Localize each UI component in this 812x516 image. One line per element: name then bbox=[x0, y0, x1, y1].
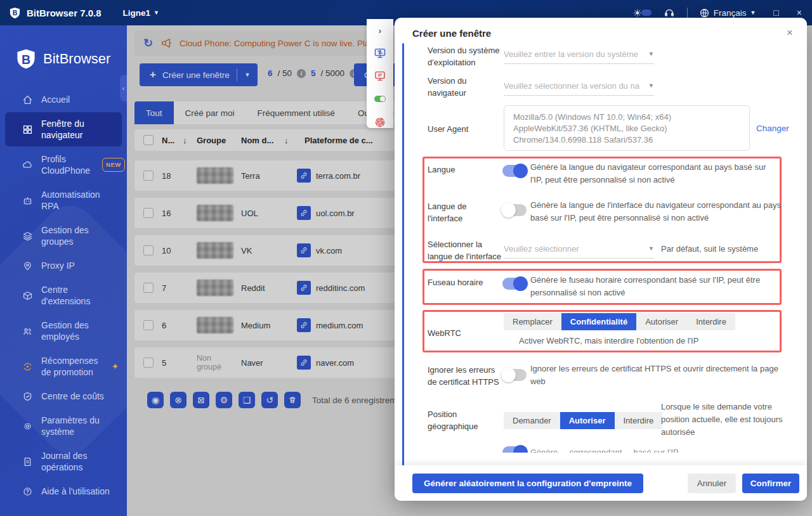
sidebar-item-costs[interactable]: Centre de coûts bbox=[5, 385, 122, 408]
chevron-down-icon[interactable]: ▼ bbox=[237, 72, 258, 78]
change-user-agent-link[interactable]: Changer bbox=[756, 124, 789, 133]
toggle-icon[interactable] bbox=[373, 92, 387, 105]
column-number[interactable]: N... bbox=[162, 136, 174, 145]
arrange-windows-button[interactable]: ❏ bbox=[239, 392, 255, 408]
confirm-button[interactable]: Confirmer bbox=[742, 474, 799, 493]
sidebar: B BitBrowser ‹ Accueil Fenêtre du naviga… bbox=[0, 25, 127, 516]
open-browser-button[interactable]: ◉ bbox=[147, 392, 164, 408]
create-window-button[interactable]: + Créer une fenêtre ▼ bbox=[140, 63, 258, 86]
expand-chevron-icon[interactable]: › bbox=[373, 24, 387, 37]
https-errors-toggle[interactable] bbox=[502, 369, 527, 381]
people-icon bbox=[22, 325, 33, 337]
sparkle-icon: ✦ bbox=[112, 361, 119, 372]
censored-group-name bbox=[197, 280, 233, 296]
row-checkbox[interactable] bbox=[143, 208, 154, 218]
create-window-modal: Créer une fenêtre × Version du système d… bbox=[395, 18, 807, 501]
sort-down-icon[interactable]: ↓ bbox=[284, 136, 289, 145]
link-icon bbox=[297, 356, 311, 370]
megaphone-icon bbox=[160, 37, 172, 49]
webrtc-option-privacy[interactable]: Confidentialité bbox=[561, 313, 636, 330]
row-checkbox[interactable] bbox=[143, 283, 154, 293]
select-all-checkbox[interactable] bbox=[143, 135, 154, 145]
sidebar-item-groups[interactable]: Gestion des groupes bbox=[5, 219, 122, 253]
sidebar-item-extensions[interactable]: Centre d'extensions bbox=[5, 278, 122, 313]
sidebar-item-label: Aide à l'utilisation bbox=[41, 486, 110, 497]
sidebar-item-label: Gestion des employés bbox=[41, 319, 115, 342]
language-selector[interactable]: Français ▼ bbox=[699, 8, 756, 18]
browser-version-select[interactable]: Veuillez sélectionner la version du na ▼ bbox=[504, 81, 654, 96]
sidebar-item-employees[interactable]: Gestion des employés bbox=[5, 314, 122, 348]
language-label: Français bbox=[714, 8, 747, 18]
chevron-down-icon: ▼ bbox=[750, 10, 756, 16]
sort-down-icon[interactable]: ↓ bbox=[183, 136, 187, 145]
sidebar-item-proxy-ip[interactable]: Proxy IP bbox=[5, 254, 122, 277]
censored-group-name bbox=[197, 205, 233, 221]
webrtc-option-replace[interactable]: Remplacer bbox=[504, 313, 561, 330]
row-number: 5 bbox=[162, 358, 166, 368]
row-checkbox[interactable] bbox=[143, 171, 154, 181]
interface-language-placeholder: Veuillez sélectionner bbox=[504, 244, 645, 254]
sidebar-item-label: Accueil bbox=[41, 94, 70, 105]
info-icon[interactable]: i bbox=[350, 69, 358, 78]
support-headset-icon[interactable] bbox=[663, 6, 676, 19]
tab-all[interactable]: Tout bbox=[134, 101, 174, 124]
geolocation-option-allow[interactable]: Autoriser bbox=[560, 412, 615, 429]
geolocation-option-ask[interactable]: Demander bbox=[504, 412, 560, 429]
column-platform[interactable]: Plateforme de c... bbox=[304, 136, 373, 145]
column-name[interactable]: Nom d... bbox=[241, 136, 273, 145]
tab-frequently-used[interactable]: Fréquemment utilisé bbox=[246, 101, 346, 124]
modal-scrollbar[interactable] bbox=[402, 43, 404, 467]
webrtc-option-allow[interactable]: Autoriser bbox=[636, 313, 687, 330]
sidebar-item-label: Centre de coûts bbox=[41, 390, 104, 402]
row-name: Reddit bbox=[241, 283, 265, 293]
fingerprint-icon[interactable] bbox=[373, 115, 387, 128]
row-checkbox[interactable] bbox=[143, 358, 154, 368]
row-group: Non groupé bbox=[197, 354, 237, 371]
sidebar-item-rpa[interactable]: Automatisation RPA bbox=[5, 183, 122, 217]
os-version-select[interactable]: Veuillez entrer la version du système ▼ bbox=[504, 49, 654, 64]
refresh-icon[interactable]: ↻ bbox=[143, 36, 153, 50]
interface-language-select[interactable]: Veuillez sélectionner ▼ bbox=[504, 244, 654, 259]
close-window-button[interactable]: ⊠ bbox=[193, 392, 209, 408]
line-selector[interactable]: Ligne1 ▼ bbox=[123, 8, 159, 18]
row-checkbox[interactable] bbox=[143, 245, 154, 255]
sidebar-item-journal[interactable]: Journal des opérations bbox=[5, 444, 122, 479]
window-sync-icon[interactable] bbox=[373, 47, 387, 60]
chevron-down-icon: ▼ bbox=[648, 83, 654, 89]
rpa-robot-button[interactable]: ⚙ bbox=[216, 392, 232, 408]
document-icon bbox=[22, 456, 33, 467]
recycle-bin-button[interactable]: ↺ bbox=[261, 392, 278, 408]
tab-created-by-me[interactable]: Créé par moi bbox=[174, 101, 246, 124]
close-button[interactable]: × bbox=[797, 8, 802, 18]
geolocation-option-forbid[interactable]: Interdire bbox=[615, 412, 663, 429]
bulk-actions: ◉ ⊗ ⊠ ⚙ ❏ ↺ bbox=[147, 392, 301, 408]
sidebar-item-cloudphone[interactable]: Profils CloudPhone NEW bbox=[5, 148, 122, 182]
modal-close-icon[interactable]: × bbox=[787, 27, 793, 39]
theme-toggle[interactable]: ☀ bbox=[631, 6, 652, 19]
timezone-toggle[interactable] bbox=[502, 278, 527, 290]
generate-fingerprint-button[interactable]: Générer aléatoirement la configuration d… bbox=[412, 474, 643, 493]
sidebar-item-settings[interactable]: Paramètres du système bbox=[5, 409, 122, 443]
row-number: 6 bbox=[162, 321, 166, 330]
info-icon[interactable]: i bbox=[297, 69, 306, 78]
row-name: Naver bbox=[241, 358, 263, 368]
row-checkbox[interactable] bbox=[143, 320, 154, 330]
user-agent-value[interactable]: Mozilla/5.0 (Windows NT 10.0; Win64; x64… bbox=[504, 105, 750, 151]
sidebar-item-promotion[interactable]: Récompenses de promotion ✦ bbox=[5, 349, 122, 384]
clipped-toggle[interactable] bbox=[502, 446, 527, 453]
language-toggle[interactable] bbox=[502, 165, 527, 177]
cancel-button[interactable]: Annuler bbox=[688, 474, 736, 493]
location-pin-icon bbox=[22, 260, 33, 271]
sidebar-item-home[interactable]: Accueil bbox=[5, 88, 122, 111]
sidebar-item-help[interactable]: Aide à l'utilisation bbox=[5, 480, 122, 503]
webrtc-option-forbid[interactable]: Interdire bbox=[687, 313, 735, 330]
interface-language-toggle[interactable] bbox=[502, 204, 527, 216]
proxy-ip-icon[interactable]: IP bbox=[373, 70, 387, 83]
row-platform: uol.com.br bbox=[316, 209, 355, 218]
delete-button[interactable] bbox=[284, 392, 301, 408]
sidebar-item-browser-window[interactable]: Fenêtre du navigateur bbox=[5, 112, 122, 146]
maximize-button[interactable]: □ bbox=[773, 8, 778, 18]
notification-text[interactable]: Cloud Phone: Computing Power C is now li… bbox=[180, 39, 392, 48]
column-group[interactable]: Groupe bbox=[197, 136, 226, 145]
close-circle-button[interactable]: ⊗ bbox=[170, 392, 187, 408]
